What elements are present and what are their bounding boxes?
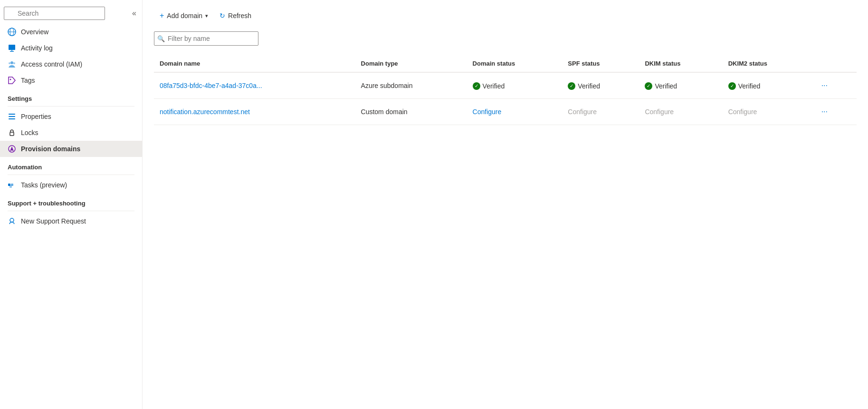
svg-rect-10 <box>9 114 15 115</box>
dkim2-status-gray-2: Configure <box>728 108 757 116</box>
row2-spf-status: Configure <box>562 99 639 125</box>
dkim-status-gray-2: Configure <box>645 108 674 116</box>
row2-more-button[interactable]: ··· <box>818 106 831 118</box>
nav-access-control[interactable]: Access control (IAM) <box>0 56 142 72</box>
svg-point-8 <box>13 62 15 64</box>
row1-domain-type: Azure subdomain <box>355 72 467 99</box>
nav-overview[interactable]: Overview <box>0 24 142 40</box>
svg-point-6 <box>10 61 13 64</box>
col-domain-type: Domain type <box>355 55 467 72</box>
filter-row: 🔍 <box>154 31 857 46</box>
table-row: 08fa75d3-bfdc-4be7-a4ad-37c0a... Azure s… <box>154 72 857 99</box>
nav-tasks[interactable]: Tasks (preview) <box>0 177 142 193</box>
svg-point-18 <box>10 218 14 222</box>
row1-dkim2-status: ✓ Verified <box>723 72 812 99</box>
properties-icon <box>8 112 16 121</box>
search-wrap: 🔍 <box>4 7 128 20</box>
main-content: + Add domain ▾ ↻ Refresh 🔍 Domain name D… <box>143 0 868 409</box>
settings-section-label: Settings <box>0 88 142 104</box>
domain-status-text-1: Verified <box>483 82 505 90</box>
support-divider <box>8 211 134 211</box>
sidebar: 🔍 « Overview Activity log Access control… <box>0 0 143 409</box>
sidebar-search-row: 🔍 « <box>0 4 142 24</box>
domain-status-verified-1: ✓ Verified <box>473 82 505 90</box>
add-domain-button[interactable]: + Add domain ▾ <box>154 8 214 24</box>
filter-input[interactable] <box>168 32 258 45</box>
nav-locks-label: Locks <box>21 129 38 136</box>
provision-icon <box>8 145 16 153</box>
activity-icon <box>8 44 16 52</box>
row1-dkim-status: ✓ Verified <box>639 72 722 99</box>
table-header: Domain name Domain type Domain status SP… <box>154 55 857 72</box>
nav-new-support-label: New Support Request <box>21 217 86 225</box>
add-domain-chevron-icon: ▾ <box>205 13 208 19</box>
nav-overview-label: Overview <box>21 28 48 36</box>
globe-icon <box>8 28 16 36</box>
nav-activity-log-label: Activity log <box>21 44 53 52</box>
refresh-label: Refresh <box>228 12 251 19</box>
support-icon <box>8 217 16 225</box>
automation-divider <box>8 175 134 175</box>
row1-domain-name: 08fa75d3-bfdc-4be7-a4ad-37c0a... <box>154 72 355 99</box>
row1-actions: ··· <box>812 72 857 99</box>
tags-icon <box>8 76 16 85</box>
nav-properties[interactable]: Properties <box>0 108 142 125</box>
spf-dot-1: ✓ <box>568 82 575 90</box>
row2-domain-type: Custom domain <box>355 99 467 125</box>
table-row: notification.azurecommtest.net Custom do… <box>154 99 857 125</box>
verified-dot-1: ✓ <box>473 82 480 90</box>
svg-point-7 <box>9 62 10 64</box>
spf-status-gray-2: Configure <box>568 108 597 116</box>
search-input[interactable] <box>4 7 105 20</box>
nav-provision-domains[interactable]: Provision domains <box>0 141 142 157</box>
collapse-button[interactable]: « <box>130 7 138 19</box>
iam-icon <box>8 60 16 68</box>
dkim2-dot-1: ✓ <box>728 82 736 90</box>
spf-status-text-1: Verified <box>578 82 600 90</box>
settings-divider <box>8 106 134 107</box>
svg-rect-11 <box>9 116 15 117</box>
domain-table: Domain name Domain type Domain status SP… <box>154 55 857 125</box>
nav-provision-domains-label: Provision domains <box>21 145 80 153</box>
nav-locks[interactable]: Locks <box>0 125 142 141</box>
domain-name-link-1[interactable]: 08fa75d3-bfdc-4be7-a4ad-37c0a... <box>160 82 262 89</box>
row2-dkim-status: Configure <box>639 99 722 125</box>
col-actions <box>812 55 857 72</box>
spf-status-verified-1: ✓ Verified <box>568 82 600 90</box>
col-domain-status: Domain status <box>467 55 563 72</box>
row1-more-button[interactable]: ··· <box>818 79 831 92</box>
dkim2-status-verified-1: ✓ Verified <box>728 82 761 90</box>
add-domain-label: Add domain <box>167 12 202 19</box>
dkim-status-verified-1: ✓ Verified <box>645 82 677 90</box>
nav-access-control-label: Access control (IAM) <box>21 60 82 68</box>
nav-tasks-label: Tasks (preview) <box>21 181 67 189</box>
row2-dkim2-status: Configure <box>723 99 812 125</box>
nav-new-support[interactable]: New Support Request <box>0 213 142 229</box>
col-domain-name: Domain name <box>154 55 355 72</box>
svg-point-9 <box>10 79 11 80</box>
dkim-status-text-1: Verified <box>655 82 677 90</box>
nav-activity-log[interactable]: Activity log <box>0 40 142 56</box>
col-spf-status: SPF status <box>562 55 639 72</box>
svg-rect-12 <box>9 118 15 119</box>
toolbar: + Add domain ▾ ↻ Refresh <box>154 8 857 24</box>
nav-tags[interactable]: Tags <box>0 72 142 88</box>
row2-domain-name: notification.azurecommtest.net <box>154 99 355 125</box>
support-section-label: Support + troubleshooting <box>0 193 142 209</box>
domain-status-configure-2[interactable]: Configure <box>473 108 502 116</box>
svg-rect-13 <box>10 132 14 136</box>
table-body: 08fa75d3-bfdc-4be7-a4ad-37c0a... Azure s… <box>154 72 857 125</box>
tasks-icon <box>8 181 16 189</box>
dkim2-status-text-1: Verified <box>738 82 761 90</box>
refresh-button[interactable]: ↻ Refresh <box>214 8 257 23</box>
nav-tags-label: Tags <box>21 77 35 84</box>
filter-input-wrap: 🔍 <box>154 31 258 46</box>
col-dkim2-status: DKIM2 status <box>723 55 812 72</box>
domain-name-link-2[interactable]: notification.azurecommtest.net <box>160 108 250 116</box>
filter-search-icon: 🔍 <box>154 35 168 42</box>
row1-domain-status: ✓ Verified <box>467 72 563 99</box>
dkim-dot-1: ✓ <box>645 82 652 90</box>
plus-icon: + <box>160 11 164 20</box>
col-dkim-status: DKIM status <box>639 55 722 72</box>
nav-properties-label: Properties <box>21 113 51 120</box>
